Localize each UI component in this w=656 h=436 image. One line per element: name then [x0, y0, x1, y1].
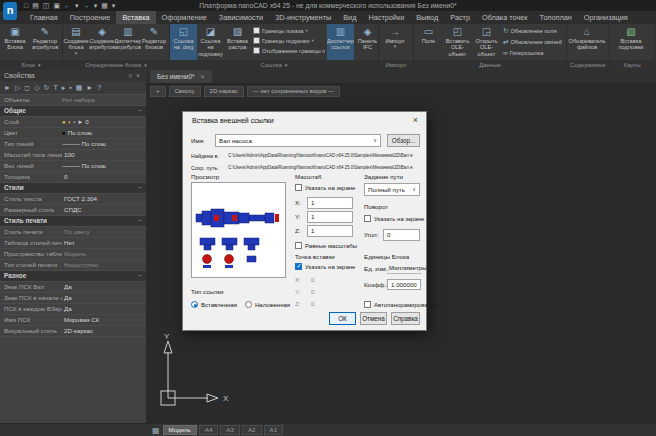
sun-icon[interactable]: ◐	[68, 117, 72, 127]
attributes-editor-button[interactable]: ✎ Редактор атрибутов ▾	[30, 24, 60, 60]
tab-vid[interactable]: Вид	[337, 11, 362, 24]
property-row[interactable]: Знак ПСК в начале к... Да	[0, 293, 146, 304]
import-button[interactable]: → Импорт ▾	[379, 24, 411, 60]
ok-button[interactable]: ОК	[329, 312, 356, 325]
property-row[interactable]: Таблица стилей печати Нет	[0, 238, 146, 249]
create-block-button[interactable]: ▤ Создание блока ▾	[63, 24, 89, 60]
grid-icon[interactable]: ▦	[152, 426, 160, 435]
scale-y-input[interactable]: 1	[307, 211, 353, 223]
tab-postroenie[interactable]: Построение	[64, 11, 117, 24]
open-folder-icon[interactable]: ▤	[32, 2, 39, 10]
field-button[interactable]: ▭ Поле	[414, 24, 443, 60]
block-editor-button[interactable]: ✎ Редактор блоков ▾	[141, 24, 167, 60]
subselect-icon[interactable]: ▸	[62, 84, 66, 92]
tab-topoplan[interactable]: Топоплан	[534, 11, 578, 24]
close-icon[interactable]: ×	[408, 114, 423, 127]
clip-borders-checkbox[interactable]: Границы подрезки ▾	[253, 37, 325, 44]
scale-z-input[interactable]: 1	[307, 225, 353, 237]
layout-tab-a4[interactable]: A4	[199, 425, 219, 435]
quick-select-icon[interactable]: ▷	[15, 84, 20, 92]
display-border-checkbox[interactable]: Отображение границы показа ▾	[253, 47, 325, 54]
update-links-link[interactable]: ⇄ Обновление связей	[503, 38, 565, 46]
ref-inserted-radio[interactable]: Вставленная	[191, 301, 237, 308]
equal-scales-checkbox[interactable]: Равные масштабы	[295, 242, 357, 249]
dot-icon[interactable]: ▪	[69, 84, 71, 91]
tab-oblaka-tochek[interactable]: Облака точек	[476, 11, 534, 24]
scale-specify-checkbox[interactable]: Указать на экране	[295, 184, 355, 191]
property-row[interactable]: Вес линий ──── По слою	[0, 161, 146, 172]
help-icon[interactable]: ?	[97, 84, 101, 91]
new-file-icon[interactable]: □	[24, 2, 28, 9]
property-row[interactable]: Тип стилей печати Недоступно	[0, 260, 146, 271]
pointer-icon[interactable]: ►	[86, 84, 93, 91]
layer-row[interactable]: Слой ● ◐ ▪ ► 0	[0, 117, 146, 128]
create-attributes-button[interactable]: ◈ Создание атрибутов ▾	[89, 24, 115, 60]
group-label-block-definition[interactable]: Определение блока ▾	[63, 60, 169, 70]
browse-button[interactable]: Обзор...	[387, 134, 420, 147]
screen-icon[interactable]: ▦	[76, 84, 83, 92]
angle-input[interactable]: 0	[383, 229, 420, 241]
layout-tab-a2[interactable]: A2	[242, 425, 262, 435]
property-row[interactable]: Стиль печати По цвету	[0, 227, 146, 238]
property-row[interactable]: Имя ПСК Мировая СК	[0, 315, 146, 326]
insert-block-button[interactable]: ▣ Вставка Блока ▾	[0, 24, 30, 60]
name-combo[interactable]: Вал насоса ∨	[215, 134, 381, 147]
undo-icon[interactable]: ←	[64, 2, 71, 9]
show-borders-checkbox[interactable]: Границы показа ▾	[253, 27, 325, 34]
printer-icon[interactable]: ▪	[73, 117, 75, 127]
property-row[interactable]: Цвет ■ По слою	[0, 128, 146, 139]
section-plot-style[interactable]: Стиль печати −	[0, 216, 146, 227]
rotation-specify-checkbox[interactable]: Указать на экране	[364, 215, 424, 222]
tab-organizatsiya[interactable]: Организация	[578, 11, 634, 24]
tab-rastr[interactable]: Растр	[444, 11, 476, 24]
save-all-icon[interactable]: ▣	[53, 2, 60, 10]
insert-underlay-button[interactable]: ▧ Вставка подложки	[610, 24, 652, 60]
qat-menu-icon[interactable]: ▾	[112, 2, 116, 10]
path-type-combo[interactable]: Полный путь ∨	[364, 183, 420, 196]
xref-manager-button[interactable]: ▥ Диспетчер ссылок	[327, 24, 354, 60]
save-icon[interactable]: ◫	[43, 2, 50, 10]
property-row[interactable]: Визуальный стиль 2D-каркас	[0, 326, 146, 337]
tab-zavisimosti[interactable]: Зависимости	[213, 11, 269, 24]
help-button[interactable]: Справка	[391, 312, 420, 325]
document-tab[interactable]: Без имени0* ×	[150, 70, 212, 83]
layout-tab-model[interactable]: Модель	[163, 425, 197, 435]
property-row[interactable]: Тип линий ──── По слою	[0, 139, 146, 150]
redo-menu-icon[interactable]: ▾	[94, 2, 98, 10]
scale-x-input[interactable]: 1	[307, 197, 353, 209]
property-row[interactable]: Знак ПСК Вкл Да	[0, 282, 146, 293]
cancel-button[interactable]: Отмена	[360, 312, 387, 325]
section-misc[interactable]: Разное −	[0, 271, 146, 282]
update-field-link[interactable]: ↻ Обновление поля	[503, 27, 565, 35]
factor-input[interactable]: 1.000000	[387, 279, 421, 290]
property-row[interactable]: Масштаб типа линий 100	[0, 150, 146, 161]
tab-vstavka[interactable]: Вставка	[116, 11, 155, 24]
collapse-icon[interactable]: −	[138, 106, 142, 116]
visual-style-button[interactable]: 2D-каркас	[204, 86, 244, 97]
select-polygon-icon[interactable]: ◇	[34, 84, 39, 92]
collapse-icon[interactable]: −	[138, 271, 142, 281]
section-styles[interactable]: Стили −	[0, 183, 146, 194]
property-row[interactable]: Толщина 0	[0, 172, 146, 183]
tab-glavnaya[interactable]: Главная	[24, 11, 64, 24]
layout-tab-a3[interactable]: A3	[220, 425, 240, 435]
select-objects-icon[interactable]: ►	[4, 84, 11, 91]
tab-3d-instrumenty[interactable]: 3D-инструменты	[269, 11, 337, 24]
insert-raster-button[interactable]: ▨ Вставка растра	[224, 24, 251, 60]
tab-oformlenie[interactable]: Оформление	[156, 11, 213, 24]
attributes-manager-button[interactable]: ▥ Диспетчер атрибутов ▾	[115, 24, 141, 60]
section-general[interactable]: Общие −	[0, 106, 146, 117]
property-row[interactable]: Размерный стиль СПДС	[0, 205, 146, 216]
text-cursor-icon[interactable]: T	[53, 84, 57, 91]
xref-dwg-button[interactable]: ◱ Ссылка на .dwg	[170, 24, 197, 60]
select-rect-icon[interactable]: ◻	[24, 84, 30, 92]
saved-views-button[interactable]: — нет сохраненных видов —	[247, 86, 340, 97]
pin-icon[interactable]: ▿	[126, 70, 134, 81]
hyperlink-link[interactable]: ∞ Гиперссылка	[503, 49, 565, 56]
cycle-selection-icon[interactable]: ↻	[44, 84, 50, 92]
close-icon[interactable]: ×	[201, 71, 205, 83]
ifc-panel-button[interactable]: ◈ Панель IFC	[354, 24, 379, 60]
property-row[interactable]: Стиль текста ГОСТ 2.304	[0, 194, 146, 205]
underlay-xref-button[interactable]: ◪ Ссылка на подложку	[197, 24, 224, 60]
autopan-checkbox[interactable]: Автопанорамирование	[364, 301, 438, 308]
